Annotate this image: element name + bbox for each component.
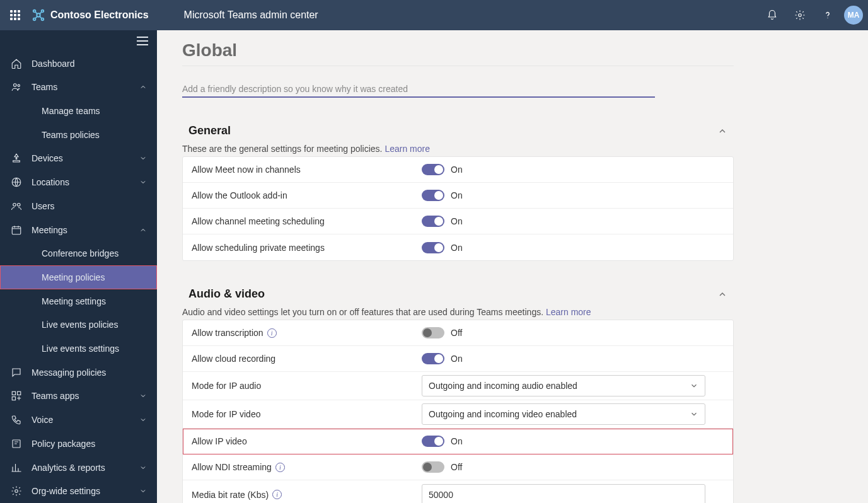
calendar-icon bbox=[10, 224, 23, 236]
section-general-header[interactable]: General bbox=[182, 124, 734, 137]
sidebar-subitem-meeting-policies[interactable]: Meeting policies bbox=[0, 265, 157, 289]
setting-row-ndi-streaming: Allow NDI streaming i Off bbox=[183, 454, 733, 480]
chevron-down-icon bbox=[690, 381, 698, 390]
setting-row-channel-scheduling: Allow channel meeting scheduling On bbox=[183, 209, 733, 234]
toggle-state-text: On bbox=[451, 436, 463, 446]
toggle-state-text: On bbox=[451, 165, 463, 175]
settings-icon bbox=[10, 485, 23, 497]
svg-point-2 bbox=[42, 10, 44, 13]
chevron-down-icon bbox=[139, 487, 147, 495]
sidebar-item-teams[interactable]: Teams bbox=[0, 75, 157, 99]
sidebar-subitem-teams-policies[interactable]: Teams policies bbox=[0, 123, 157, 147]
toggle-state-text: On bbox=[451, 243, 463, 253]
setting-row-ip-audio-mode: Mode for IP audio Outgoing and incoming … bbox=[183, 372, 733, 400]
bell-icon bbox=[767, 9, 778, 21]
sidebar-subitem-live-events-settings[interactable]: Live events settings bbox=[0, 337, 157, 361]
learn-more-link[interactable]: Learn more bbox=[385, 144, 430, 154]
svg-point-11 bbox=[14, 84, 17, 87]
sidebar-item-messaging-policies[interactable]: Messaging policies bbox=[0, 361, 157, 384]
sidebar-item-org-wide-settings[interactable]: Org-wide settings bbox=[0, 479, 157, 503]
sidebar-item-label: Org-wide settings bbox=[32, 486, 130, 496]
settings-button[interactable] bbox=[786, 1, 814, 29]
account-avatar[interactable]: MA bbox=[844, 6, 863, 25]
brand[interactable]: Contoso Electronics bbox=[32, 8, 149, 22]
setting-row-media-bitrate: Media bit rate (Kbs) i bbox=[183, 480, 733, 503]
page-title: Global bbox=[182, 38, 734, 66]
sidebar-item-teams-apps[interactable]: Teams apps bbox=[0, 384, 157, 408]
setting-label: Media bit rate (Kbs) i bbox=[192, 490, 422, 500]
setting-row-cloud-recording: Allow cloud recording On bbox=[183, 346, 733, 372]
sidebar-item-label: Messaging policies bbox=[32, 367, 147, 378]
app-launcher-button[interactable] bbox=[4, 4, 26, 26]
globe-icon bbox=[10, 176, 23, 188]
chevron-down-icon bbox=[139, 392, 147, 400]
svg-point-14 bbox=[13, 203, 16, 206]
phone-icon bbox=[10, 413, 23, 426]
chevron-down-icon bbox=[690, 410, 698, 419]
toggle-outlook-addin[interactable] bbox=[422, 190, 444, 201]
sidebar-item-locations[interactable]: Locations bbox=[0, 170, 157, 194]
input-media-bitrate[interactable] bbox=[422, 484, 705, 504]
sidebar-subitem-live-events-policies[interactable]: Live events policies bbox=[0, 313, 157, 337]
setting-row-outlook-addin: Allow the Outlook add-in On bbox=[183, 183, 733, 209]
section-general: General These are the general settings f… bbox=[182, 124, 734, 261]
sidebar-item-label: Locations bbox=[32, 177, 130, 187]
section-title: General bbox=[182, 124, 231, 137]
main-content: Global General These are the general set… bbox=[157, 30, 868, 503]
info-icon[interactable]: i bbox=[272, 490, 282, 499]
setting-row-transcription: Allow transcription i Off bbox=[183, 320, 733, 346]
sidebar-item-users[interactable]: Users bbox=[0, 194, 157, 218]
toggle-allow-meet-now[interactable] bbox=[422, 164, 444, 175]
sidebar-item-analytics[interactable]: Analytics & reports bbox=[0, 456, 157, 480]
description-input[interactable] bbox=[182, 81, 655, 98]
toggle-ndi-streaming[interactable] bbox=[422, 461, 444, 473]
collapse-sidebar-button[interactable] bbox=[0, 30, 157, 52]
toggle-private-scheduling[interactable] bbox=[422, 242, 444, 253]
sidebar-item-label: Users bbox=[32, 201, 147, 211]
select-ip-video-mode[interactable]: Outgoing and incoming video enabled bbox=[422, 403, 705, 425]
setting-label: Allow scheduling private meetings bbox=[192, 243, 422, 253]
question-icon bbox=[822, 9, 833, 21]
toggle-state-text: Off bbox=[451, 328, 462, 338]
svg-point-9 bbox=[799, 14, 802, 17]
toggle-channel-scheduling[interactable] bbox=[422, 216, 444, 227]
app-title: Microsoft Teams admin center bbox=[184, 9, 318, 21]
svg-line-5 bbox=[35, 12, 37, 14]
toggle-allow-ip-video[interactable] bbox=[422, 436, 444, 447]
setting-label: Allow channel meeting scheduling bbox=[192, 216, 422, 226]
package-icon bbox=[10, 437, 23, 450]
toggle-cloud-recording[interactable] bbox=[422, 353, 444, 364]
sidebar-subitem-meeting-settings[interactable]: Meeting settings bbox=[0, 289, 157, 313]
sidebar-item-voice[interactable]: Voice bbox=[0, 408, 157, 432]
svg-rect-16 bbox=[12, 226, 21, 234]
chevron-up-icon bbox=[717, 126, 727, 136]
svg-point-15 bbox=[18, 203, 21, 206]
svg-point-12 bbox=[18, 84, 20, 86]
svg-line-8 bbox=[40, 16, 42, 18]
section-av-header[interactable]: Audio & video bbox=[182, 287, 734, 301]
sidebar-item-policy-packages[interactable]: Policy packages bbox=[0, 432, 157, 456]
chevron-down-icon bbox=[139, 464, 147, 471]
notifications-button[interactable] bbox=[758, 1, 786, 29]
chevron-up-icon bbox=[139, 226, 147, 234]
sidebar-item-meetings[interactable]: Meetings bbox=[0, 218, 157, 242]
sidebar-item-devices[interactable]: Devices bbox=[0, 147, 157, 171]
sidebar-subitem-conference-bridges[interactable]: Conference bridges bbox=[0, 241, 157, 265]
chevron-down-icon bbox=[139, 154, 147, 162]
chevron-down-icon bbox=[139, 178, 147, 186]
chevron-up-icon bbox=[717, 289, 727, 299]
info-icon[interactable]: i bbox=[267, 328, 277, 338]
toggle-state-text: On bbox=[451, 216, 463, 226]
learn-more-link[interactable]: Learn more bbox=[546, 307, 591, 317]
chat-icon bbox=[10, 366, 23, 379]
sidebar-item-dashboard[interactable]: Dashboard bbox=[0, 52, 157, 76]
svg-line-7 bbox=[35, 16, 37, 18]
toggle-transcription[interactable] bbox=[422, 327, 444, 338]
gear-icon bbox=[794, 9, 806, 21]
chevron-down-icon bbox=[139, 416, 147, 424]
svg-rect-19 bbox=[12, 397, 15, 400]
help-button[interactable] bbox=[814, 1, 842, 29]
select-ip-audio-mode[interactable]: Outgoing and incoming audio enabled bbox=[422, 375, 705, 396]
info-icon[interactable]: i bbox=[275, 463, 285, 472]
sidebar-subitem-manage-teams[interactable]: Manage teams bbox=[0, 99, 157, 123]
